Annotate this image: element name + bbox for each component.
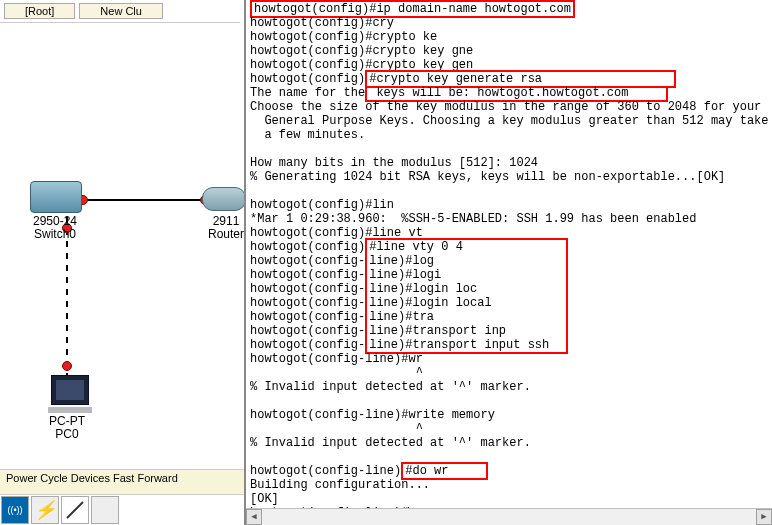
- cli-line: [OK]: [250, 492, 279, 506]
- svg-line-0: [67, 502, 83, 518]
- scroll-track[interactable]: [262, 509, 756, 525]
- switch-name-text: Switch0: [34, 227, 76, 241]
- switch-model-text: 2950-24: [33, 214, 77, 228]
- pc-label: PC-PT PC0: [27, 415, 107, 441]
- cli-line: howtogot(config)#lin: [250, 198, 394, 212]
- highlight-box-vty: #line vty 0 4: [365, 238, 567, 254]
- cli-line: howtogot(config-: [250, 254, 365, 268]
- router-model-text: 2911: [213, 214, 240, 228]
- cli-terminal[interactable]: howtogot(config)#ip domain-name howtogot…: [244, 0, 772, 525]
- scroll-right-button[interactable]: ▶: [756, 509, 772, 525]
- highlight-box-vty: line)#transport inp: [365, 324, 567, 338]
- cli-line: howtogot(config-: [250, 296, 365, 310]
- pc-type-text: PC-PT: [49, 414, 85, 428]
- cli-line: howtogot(config-line)#write memory: [250, 408, 495, 422]
- top-toolbar: [Root] New Clu: [0, 2, 167, 20]
- cli-line: Building configuration...: [250, 478, 430, 492]
- device-router[interactable]: [202, 187, 246, 211]
- cli-line: howtogot(config-: [250, 268, 365, 282]
- palette-item-4[interactable]: [91, 496, 119, 524]
- cli-line: howtogot(config-: [250, 282, 365, 296]
- palette-lightning-icon[interactable]: ⚡: [31, 496, 59, 524]
- highlight-box-vty: line)#login local: [365, 296, 567, 310]
- router-name-text: Router: [208, 227, 244, 241]
- cli-line: howtogot(config)#cry: [250, 16, 394, 30]
- new-cluster-button[interactable]: New Clu: [79, 3, 163, 19]
- cli-line: *Mar 1 0:29:38.960: %SSH-5-ENABLED: SSH …: [250, 212, 696, 226]
- router-icon: [202, 187, 246, 211]
- cli-line: howtogot(config-: [250, 324, 365, 338]
- cli-line: How many bits in the modulus [512]: 1024: [250, 156, 538, 170]
- device-switch[interactable]: [30, 181, 82, 213]
- highlight-box-vty: line)#logi: [365, 268, 567, 282]
- horizontal-scrollbar[interactable]: ◀ ▶: [246, 508, 772, 525]
- scroll-left-button[interactable]: ◀: [246, 509, 262, 525]
- pc-monitor-icon: [51, 375, 89, 405]
- cli-line: ^: [250, 422, 423, 436]
- highlight-box-vty: line)#login loc: [365, 282, 567, 296]
- cli-line: % Invalid input detected at '^' marker.: [250, 380, 531, 394]
- palette-connection-icon[interactable]: [61, 496, 89, 524]
- switch-icon: [30, 181, 82, 213]
- cli-line: howtogot(config)#crypto key gne: [250, 44, 473, 58]
- port-dot-pc: [62, 361, 72, 371]
- cli-line: Choose the size of the key modulus in th…: [250, 100, 761, 114]
- pc-base-icon: [48, 407, 92, 413]
- cli-line: The name for the: [250, 86, 365, 100]
- highlight-box-vty: line)#tra: [365, 310, 567, 324]
- cli-line: % Generating 1024 bit RSA keys, keys wil…: [250, 170, 725, 184]
- highlight-box-vty: line)#log: [365, 254, 567, 268]
- cli-line: howtogot(config-line)#wr: [250, 352, 423, 366]
- switch-label: 2950-24 Switch0: [15, 215, 95, 241]
- cli-line: howtogot(config-: [250, 338, 365, 352]
- pc-name-text: PC0: [55, 427, 78, 441]
- device-palette: ((•)) ⚡: [0, 494, 120, 525]
- root-button[interactable]: [Root]: [4, 3, 75, 19]
- palette-wireless-icon[interactable]: ((•)): [1, 496, 29, 524]
- cli-line: howtogot(config-line): [250, 464, 401, 478]
- cli-line: ^: [250, 366, 423, 380]
- topology-canvas[interactable]: 2950-24 Switch0 2911 Router PC-PT PC0: [0, 22, 240, 463]
- cli-line: howtogot(config)#crypto ke: [250, 30, 437, 44]
- device-pc[interactable]: [48, 375, 92, 413]
- sim-controls-bar[interactable]: Power Cycle Devices Fast Forward: [0, 469, 244, 495]
- cli-line: % Invalid input detected at '^' marker.: [250, 436, 531, 450]
- cli-line: a few minutes.: [250, 128, 365, 142]
- cli-line: howtogot(config): [250, 240, 365, 254]
- cli-line: howtogot(config): [250, 72, 365, 86]
- cli-line: howtogot(config-: [250, 310, 365, 324]
- cli-line: General Purpose Keys. Choosing a key mod…: [250, 114, 768, 128]
